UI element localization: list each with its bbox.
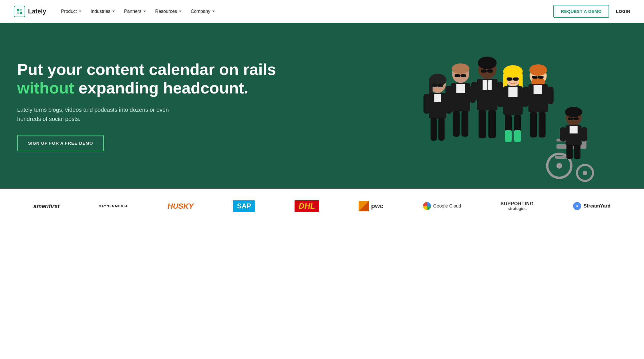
chevron-down-icon [112, 11, 115, 12]
svg-point-17 [452, 63, 469, 74]
svg-rect-86 [574, 145, 580, 159]
svg-rect-9 [437, 85, 437, 86]
svg-rect-65 [547, 87, 553, 104]
svg-rect-11 [434, 94, 441, 102]
svg-rect-26 [453, 111, 460, 137]
logo-google-cloud: Google Cloud [423, 202, 461, 210]
svg-rect-85 [566, 145, 573, 159]
svg-rect-14 [430, 118, 437, 141]
logo-icon [14, 6, 25, 17]
svg-rect-1 [20, 9, 22, 11]
nav-item-product[interactable]: Product [58, 7, 85, 16]
svg-rect-50 [497, 89, 504, 107]
logo-streamyard: StreamYard [573, 202, 611, 210]
hero-content: Put your content calendar on rails witho… [0, 23, 354, 189]
svg-rect-63 [533, 85, 542, 94]
svg-rect-12 [423, 94, 430, 114]
logo-husky: HUSKY [168, 202, 194, 211]
svg-point-57 [529, 64, 547, 76]
svg-rect-8 [437, 84, 443, 87]
logo-sap: SAP [233, 200, 255, 212]
nav-left: Lately Product Industries Partners Resou… [14, 6, 218, 17]
logo-amerifirst: amerifirst [33, 203, 59, 210]
svg-rect-82 [569, 126, 577, 133]
svg-rect-23 [445, 86, 452, 103]
svg-rect-79 [573, 117, 579, 120]
svg-rect-59 [532, 76, 537, 79]
svg-rect-27 [461, 111, 468, 137]
svg-rect-15 [438, 118, 444, 141]
svg-rect-18 [454, 74, 460, 77]
logo[interactable]: Lately [14, 6, 46, 17]
svg-rect-25 [451, 93, 470, 100]
logo-supporting-strategies: SUPPORTING strategies [501, 201, 534, 211]
chevron-down-icon [143, 11, 146, 12]
logo-dhl: DHL [295, 200, 319, 212]
svg-rect-30 [481, 69, 486, 73]
logo-pwc: pwc [359, 201, 383, 211]
svg-point-29 [478, 57, 496, 69]
logo-wordmark: Lately [28, 8, 46, 15]
svg-rect-46 [513, 77, 518, 81]
svg-rect-0 [17, 9, 19, 11]
chevron-down-icon [212, 11, 215, 12]
svg-point-77 [565, 107, 582, 117]
logo-vayner-media: VAYNERMEDIA [99, 204, 128, 208]
svg-rect-83 [560, 127, 566, 141]
svg-rect-60 [538, 76, 543, 79]
svg-rect-47 [512, 79, 513, 79]
login-button[interactable]: LOGIN [616, 9, 630, 14]
hero-people-illustration [354, 46, 644, 189]
hero-highlight: without [17, 79, 74, 97]
hero-subtitle: Lately turns blogs, videos and podcasts … [17, 105, 172, 123]
signup-demo-button[interactable]: SIGN UP FOR A FREE DEMO [17, 135, 104, 151]
svg-rect-66 [530, 112, 537, 137]
svg-rect-20 [460, 75, 460, 76]
svg-rect-39 [478, 110, 486, 138]
svg-rect-19 [460, 74, 466, 77]
svg-rect-31 [487, 69, 493, 73]
nav-item-partners[interactable]: Partners [121, 7, 149, 16]
nav-item-resources[interactable]: Resources [152, 7, 185, 16]
hero-title: Put your content calendar on rails witho… [17, 60, 337, 97]
nav-right: REQUEST A DEMO LOGIN [553, 5, 630, 18]
request-demo-button[interactable]: REQUEST A DEMO [553, 5, 609, 18]
svg-rect-54 [505, 130, 512, 142]
svg-point-69 [556, 163, 562, 169]
svg-rect-22 [456, 84, 465, 94]
svg-rect-32 [486, 71, 487, 71]
nav-item-company[interactable]: Company [187, 7, 218, 16]
chevron-down-icon [179, 11, 182, 12]
svg-rect-49 [508, 87, 517, 97]
nav-item-industries[interactable]: Industries [87, 7, 118, 16]
svg-rect-36 [471, 82, 477, 100]
svg-rect-2 [17, 12, 19, 14]
nav-links: Product Industries Partners Resources Co… [58, 7, 218, 16]
svg-rect-84 [581, 127, 587, 141]
svg-rect-55 [514, 130, 521, 142]
chevron-down-icon [79, 11, 82, 12]
svg-rect-78 [568, 117, 573, 120]
navbar: Lately Product Industries Partners Resou… [0, 0, 644, 23]
hero-section: Put your content calendar on rails witho… [0, 23, 644, 189]
svg-rect-67 [538, 112, 545, 137]
svg-rect-80 [573, 118, 573, 119]
google-cloud-icon [423, 202, 431, 210]
svg-rect-40 [488, 110, 496, 138]
svg-point-71 [583, 171, 587, 175]
hero-illustration [354, 23, 644, 189]
svg-rect-45 [506, 77, 512, 81]
svg-rect-38 [477, 90, 497, 98]
svg-rect-3 [20, 12, 22, 14]
streamyard-icon [573, 202, 581, 210]
svg-rect-61 [537, 77, 538, 77]
pwc-icon [359, 201, 369, 211]
logos-strip: amerifirst VAYNERMEDIA HUSKY SAP DHL pwc… [0, 189, 644, 223]
svg-rect-7 [431, 84, 437, 87]
svg-rect-64 [522, 87, 529, 104]
